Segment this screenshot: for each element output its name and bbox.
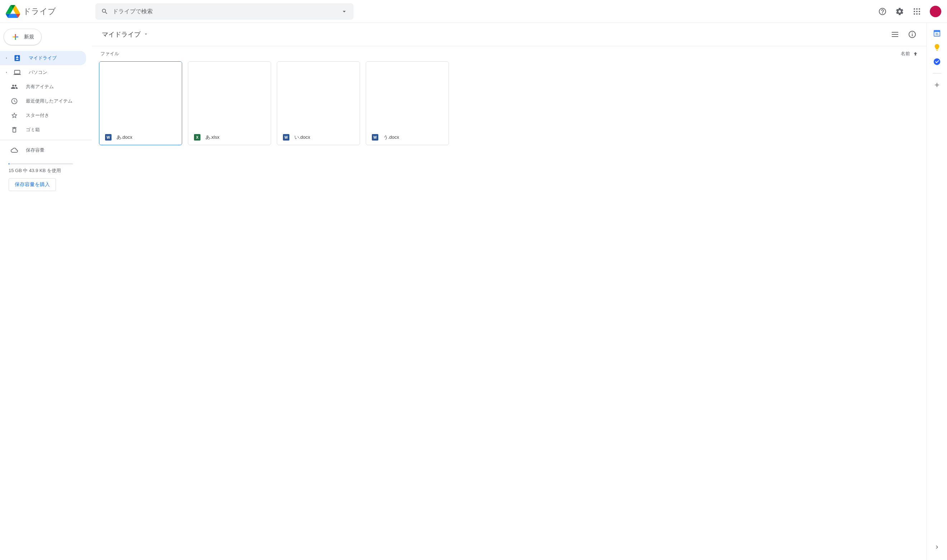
breadcrumb-label: マイドライブ — [102, 30, 140, 39]
keep-addon[interactable] — [933, 43, 941, 52]
search-input[interactable] — [112, 8, 336, 15]
svg-point-3 — [914, 11, 915, 12]
drive-icon — [13, 54, 22, 62]
file-name: い.docx — [294, 134, 310, 140]
info-icon — [908, 30, 916, 39]
svg-point-8 — [919, 13, 920, 15]
side-panel: 31 — [927, 23, 947, 560]
sidebar-item-label: パソコン — [29, 69, 47, 75]
list-view-button[interactable] — [888, 27, 902, 42]
settings-button[interactable] — [893, 4, 907, 18]
buy-storage-button[interactable]: 保存容量を購入 — [9, 178, 56, 191]
sidebar-item-starred[interactable]: スター付き — [0, 108, 86, 123]
tasks-icon — [933, 58, 941, 66]
file-preview — [188, 62, 271, 129]
cloud-icon — [10, 146, 18, 154]
calendar-icon: 31 — [933, 29, 941, 37]
sidebar-item-storage[interactable]: 保存容量 — [0, 143, 86, 157]
storage-bar — [9, 163, 73, 165]
file-preview — [99, 62, 182, 129]
file-card[interactable]: W あ.docx — [99, 61, 182, 145]
sidebar-item-shared[interactable]: 共有アイテム — [0, 80, 86, 94]
svg-point-0 — [914, 8, 915, 10]
logo-area[interactable]: ドライブ — [6, 4, 95, 18]
file-card[interactable]: X あ.xlsx — [188, 61, 271, 145]
sidebar-item-mydrive[interactable]: マイドライブ — [0, 51, 86, 65]
file-name: う.docx — [383, 134, 399, 140]
keep-icon — [933, 43, 941, 51]
word-file-icon: W — [283, 134, 289, 140]
sidebar-item-computers[interactable]: パソコン — [0, 65, 86, 80]
excel-file-icon: X — [194, 134, 200, 140]
svg-point-5 — [919, 11, 920, 12]
breadcrumb[interactable]: マイドライブ — [99, 29, 151, 40]
drive-logo-icon — [6, 4, 20, 18]
new-button[interactable]: 新規 — [4, 29, 42, 45]
main-wrapper: 新規 マイドライブ パソコン 共有アイテム 最近使用したアイテム スター付き ゴ… — [0, 23, 947, 560]
file-preview — [366, 62, 448, 129]
svg-point-1 — [916, 8, 918, 10]
clock-icon — [10, 97, 18, 105]
help-icon — [878, 7, 887, 16]
sidebar-item-label: スター付き — [26, 112, 49, 118]
file-footer: W あ.docx — [99, 129, 182, 145]
sort-control[interactable]: 名前 — [901, 51, 918, 57]
app-name: ドライブ — [23, 6, 56, 17]
star-icon — [10, 111, 18, 120]
details-button[interactable] — [905, 27, 919, 42]
gear-icon — [895, 7, 904, 16]
calendar-addon[interactable]: 31 — [933, 29, 941, 37]
arrow-up-icon — [913, 51, 918, 56]
svg-rect-10 — [934, 31, 940, 32]
search-bar[interactable] — [95, 3, 354, 20]
new-button-label: 新規 — [24, 34, 34, 40]
content-header: マイドライブ — [92, 23, 927, 46]
svg-text:31: 31 — [935, 32, 939, 36]
sidebar-item-trash[interactable]: ゴミ箱 — [0, 123, 86, 137]
computer-icon — [13, 68, 22, 77]
svg-point-12 — [934, 58, 940, 65]
file-card[interactable]: W い.docx — [277, 61, 360, 145]
file-preview — [277, 62, 360, 129]
collapse-panel-button[interactable] — [930, 540, 944, 554]
column-labels: ファイル 名前 — [92, 46, 927, 61]
apps-button[interactable] — [910, 4, 924, 18]
plus-icon — [933, 82, 941, 89]
shared-icon — [10, 83, 18, 91]
plus-icon — [11, 32, 20, 41]
chevron-right-icon — [934, 544, 940, 550]
file-footer: W い.docx — [277, 129, 360, 145]
sidebar-item-recent[interactable]: 最近使用したアイテム — [0, 94, 86, 108]
word-file-icon: W — [372, 134, 378, 140]
storage-section: 15 GB 中 43.9 KB を使用 保存容量を購入 — [0, 157, 92, 194]
dropdown-arrow-icon — [143, 31, 148, 38]
sidebar-item-label: 保存容量 — [26, 147, 45, 154]
file-footer: W う.docx — [366, 129, 448, 145]
storage-usage-text: 15 GB 中 43.9 KB を使用 — [9, 168, 83, 174]
sidebar-item-label: マイドライブ — [29, 55, 57, 61]
list-view-icon — [891, 30, 899, 39]
app-header: ドライブ — [0, 0, 947, 23]
trash-icon — [10, 126, 18, 134]
sidebar: 新規 マイドライブ パソコン 共有アイテム 最近使用したアイテム スター付き ゴ… — [0, 23, 92, 560]
user-avatar[interactable] — [930, 6, 941, 17]
file-footer: X あ.xlsx — [188, 129, 271, 145]
content-area: マイドライブ ファイル 名前 W あ.docx — [92, 23, 927, 560]
get-addons-button[interactable] — [933, 81, 941, 89]
tasks-addon[interactable] — [933, 57, 941, 66]
svg-point-2 — [919, 8, 920, 10]
search-icon — [101, 8, 108, 15]
help-button[interactable] — [875, 4, 890, 18]
chevron-right-icon[interactable] — [4, 56, 9, 60]
file-name: あ.docx — [117, 134, 132, 140]
content-header-actions — [888, 27, 919, 42]
file-name: あ.xlsx — [205, 134, 219, 140]
chevron-right-icon[interactable] — [4, 70, 9, 75]
apps-grid-icon — [913, 7, 921, 16]
sidebar-item-label: 最近使用したアイテム — [26, 98, 72, 104]
file-card[interactable]: W う.docx — [366, 61, 449, 145]
sidebar-item-label: 共有アイテム — [26, 83, 54, 90]
svg-point-4 — [916, 11, 918, 12]
search-options-icon[interactable] — [341, 8, 348, 15]
svg-point-7 — [916, 13, 918, 15]
